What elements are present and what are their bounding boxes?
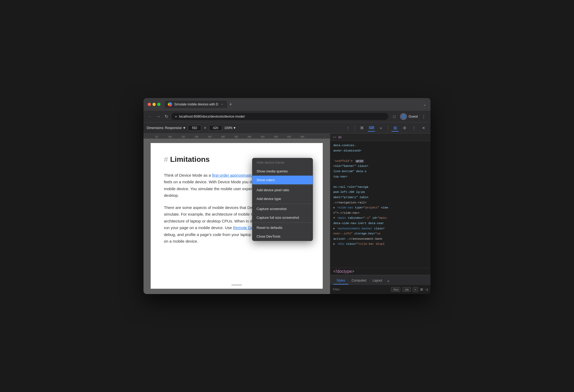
close-button[interactable] bbox=[148, 103, 151, 106]
html-line bbox=[330, 153, 431, 159]
tab-styles[interactable]: Styles bbox=[333, 277, 348, 284]
html-line: abel="primary" tabin bbox=[330, 195, 431, 200]
toggle-sidebar-icon[interactable]: ◁ bbox=[425, 287, 428, 291]
tab-title: Simulate mobile devices with D bbox=[174, 103, 218, 106]
zoom-dropdown[interactable]: ▼ bbox=[233, 126, 236, 130]
add-style-button[interactable]: + bbox=[413, 287, 418, 292]
tab-bar: Simulate mobile devices with D × + ⌄ bbox=[165, 101, 426, 108]
inspect-bar: == $0 bbox=[330, 133, 431, 141]
tab-list-chevron-icon[interactable]: ⌄ bbox=[423, 102, 426, 106]
address-bar: ← → ↻ ● localhost:8080/docs/devtools/dev… bbox=[144, 111, 431, 122]
url-display: localhost:8080/docs/devtools/device-mode… bbox=[179, 114, 245, 118]
html-line: data-side-nav-inert data-sear bbox=[330, 221, 431, 226]
profile-name: Guest bbox=[409, 114, 418, 118]
dimensions-label: Dimensions: Responsive ▼ bbox=[147, 126, 186, 130]
main-area: 50 100 150 200 250 300 350 400 450 500 bbox=[144, 133, 431, 294]
browser-toolbar-right: □ 👤 Guest ⋮ bbox=[391, 113, 427, 120]
new-tab-button[interactable]: + bbox=[228, 101, 233, 108]
ctx-capture-screenshot[interactable]: Capture screenshot bbox=[252, 204, 313, 213]
devtools-more-icon[interactable]: ⋮ bbox=[410, 124, 418, 132]
title-bar: Simulate mobile devices with D × + ⌄ bbox=[144, 98, 431, 111]
devtools-toggle-button[interactable]: □ bbox=[391, 113, 398, 120]
close-devtools-button[interactable]: ✕ bbox=[420, 124, 427, 132]
html-line: anner-dismissed> bbox=[330, 148, 431, 154]
minimize-button[interactable] bbox=[153, 103, 156, 106]
zoom-label: 100% ▼ bbox=[224, 126, 236, 130]
ctx-hide-device-frame[interactable]: Hide device frame bbox=[252, 158, 313, 167]
maximize-button[interactable] bbox=[157, 103, 160, 106]
doctype-line: <!doctype> bbox=[333, 269, 354, 274]
scroll-indicator bbox=[231, 284, 242, 286]
forward-button[interactable]: → bbox=[155, 113, 162, 120]
traffic-lights bbox=[148, 103, 160, 106]
heading-text: Limitations bbox=[170, 154, 210, 166]
active-tab[interactable]: Simulate mobile devices with D × bbox=[165, 101, 227, 108]
html-line bbox=[330, 179, 431, 185]
more-devtools-tabs[interactable]: » bbox=[377, 124, 385, 132]
ctx-add-device-type[interactable]: Add device type bbox=[252, 194, 313, 203]
ctx-capture-full-screenshot[interactable]: Capture full size screenshot bbox=[252, 213, 313, 222]
filter-bar: :hov .cls + ⊞ ◁ bbox=[330, 284, 431, 294]
ctx-show-rulers[interactable]: Show rulers bbox=[252, 176, 313, 184]
more-options-button[interactable]: ⋮ bbox=[344, 124, 352, 132]
html-line: t">…</side-nav> bbox=[330, 211, 431, 216]
back-button[interactable]: ← bbox=[147, 113, 153, 120]
tab-layout[interactable]: Layout bbox=[369, 277, 385, 284]
dollar-label: $0 bbox=[338, 136, 342, 139]
html-line: …</navigation-rail> bbox=[330, 200, 431, 206]
chrome-favicon-icon bbox=[168, 102, 172, 106]
device-toolbar: Dimensions: Responsive ▼ × 100% ▼ ⋮ ⌘ ⌨ … bbox=[144, 122, 431, 133]
ctx-add-device-pixel-ratio[interactable]: Add device pixel ratio bbox=[252, 186, 313, 194]
html-line: role="banner" class= bbox=[330, 164, 431, 169]
equals-label: == bbox=[333, 136, 336, 139]
ctx-separator-1 bbox=[252, 185, 313, 185]
elements-panel-icon[interactable]: ▤ bbox=[391, 124, 399, 132]
html-panel[interactable]: data-cookies- anner-dismissed> 'scaffold… bbox=[330, 141, 431, 268]
devtools-panel: == $0 data-cookies- anner-dismissed> 'sc… bbox=[330, 133, 431, 294]
computed-icon[interactable]: ⊞ bbox=[420, 287, 423, 291]
hov-filter-button[interactable]: :hov bbox=[391, 287, 400, 292]
para1-start: Think of Device Mode as a bbox=[164, 173, 212, 177]
address-input[interactable]: ● localhost:8080/docs/devtools/device-mo… bbox=[171, 113, 388, 120]
first-order-link[interactable]: first-order approximation bbox=[212, 173, 255, 177]
width-input[interactable] bbox=[188, 125, 201, 131]
heading-hash: # bbox=[164, 154, 168, 166]
cls-filter-button[interactable]: .cls bbox=[402, 287, 411, 292]
chrome-menu-button[interactable]: ⋮ bbox=[420, 113, 427, 120]
avatar: 👤 bbox=[400, 113, 407, 120]
bottom-tabs: Styles Computed Layout » bbox=[330, 275, 431, 284]
inspect-element-button[interactable]: ⌘ bbox=[358, 124, 366, 132]
lock-icon: ● bbox=[175, 115, 177, 118]
tab-computed[interactable]: Computed bbox=[348, 277, 369, 284]
html-line: data-cookies- bbox=[330, 143, 431, 148]
html-line: ▶ <side-nav type="project" view bbox=[330, 205, 431, 211]
height-input[interactable] bbox=[209, 125, 222, 131]
device-mode-button[interactable]: ⌨ bbox=[368, 124, 375, 132]
html-line: 'scaffold'> grid bbox=[330, 159, 431, 164]
html-line: nner--info" storage-key="us bbox=[330, 231, 431, 237]
filter-input[interactable] bbox=[333, 288, 389, 291]
ctx-separator-3 bbox=[252, 222, 313, 223]
reload-button[interactable]: ↻ bbox=[164, 113, 169, 120]
more-tabs-button[interactable]: » bbox=[385, 277, 391, 284]
context-menu: Hide device frame Show media queries Sho… bbox=[252, 158, 313, 241]
html-line: ▼ <main tabindex="-1" id="main- bbox=[330, 216, 431, 221]
browser-window: Simulate mobile devices with D × + ⌄ ← →… bbox=[144, 98, 431, 294]
html-line: on-rail role="naviga bbox=[330, 185, 431, 190]
tab-close-button[interactable]: × bbox=[220, 103, 224, 106]
html-line: pad-left-200 lg:pa bbox=[330, 190, 431, 195]
ctx-close-devtools[interactable]: Close DevTools bbox=[252, 232, 313, 241]
html-line: ▶ <announcement-banner class= bbox=[330, 226, 431, 231]
html-line: line-bottom" data-s bbox=[330, 169, 431, 174]
ctx-separator-2 bbox=[252, 204, 313, 204]
html-line: ▶ <div class="title-bar displ bbox=[330, 242, 431, 247]
ctx-show-media-queries[interactable]: Show media queries bbox=[252, 167, 313, 176]
ctx-reset-defaults[interactable]: Reset to defaults bbox=[252, 223, 313, 232]
profile-button[interactable]: 👤 Guest bbox=[400, 113, 418, 120]
html-line: top-nav> bbox=[330, 174, 431, 180]
html-line: active> …</announcement-bann bbox=[330, 237, 431, 242]
horizontal-ruler: 50 100 150 200 250 300 350 400 450 500 bbox=[144, 133, 330, 139]
dimensions-dropdown[interactable]: ▼ bbox=[183, 126, 186, 130]
viewport-wrapper: 50 100 150 200 250 300 350 400 450 500 bbox=[144, 133, 330, 294]
settings-icon[interactable]: ⚙ bbox=[401, 124, 408, 132]
